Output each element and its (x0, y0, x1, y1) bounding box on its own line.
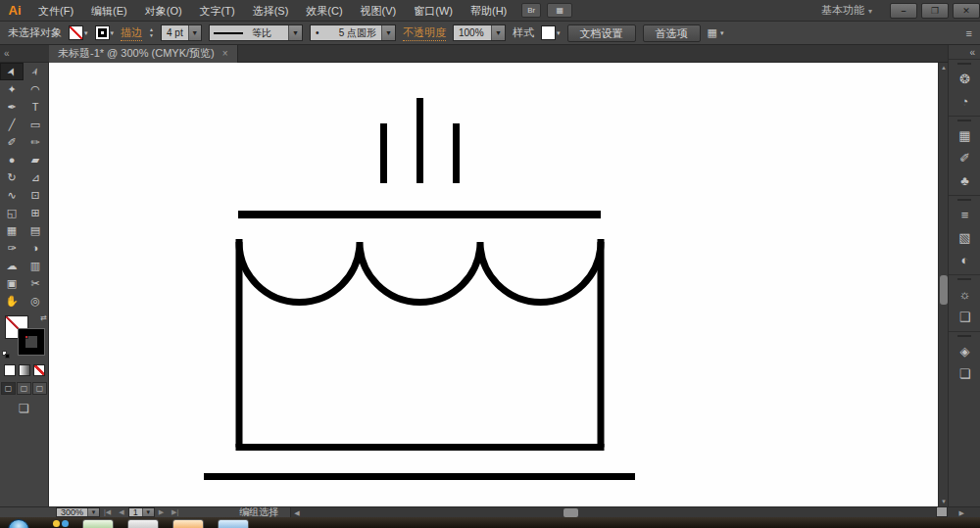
color-panel-icon[interactable]: ❂ (949, 68, 980, 90)
direct-selection-tool[interactable]: ➢ (24, 63, 47, 80)
type-tool[interactable]: T (24, 98, 47, 116)
zoom-tool[interactable]: ◎ (24, 292, 47, 310)
gradient-tool[interactable]: ▤ (24, 221, 47, 239)
zoom-level-field[interactable]: 300% ▼ (56, 507, 100, 517)
document-setup-button[interactable]: 文档设置 (567, 24, 636, 42)
symbol-sprayer-tool[interactable]: ☁ (0, 257, 24, 274)
dock-expand-icon[interactable]: « (949, 45, 980, 59)
menu-help[interactable]: 帮助(H) (462, 0, 515, 22)
free-transform-tool[interactable]: ⊡ (24, 186, 47, 204)
rectangle-tool[interactable]: ▭ (24, 116, 47, 133)
rotate-tool[interactable]: ↻ (0, 168, 24, 186)
menu-window[interactable]: 窗口(W) (405, 0, 462, 22)
stroke-icon[interactable]: ≡ (949, 204, 980, 226)
artboard-nav-field[interactable]: 1 ▼ (128, 507, 155, 517)
pen-tool[interactable]: ✒ (0, 98, 24, 116)
document-tab[interactable]: 未标题-1* @ 300% (CMYK/预览) × (49, 45, 238, 63)
opacity-field[interactable]: 100% ▼ (453, 24, 506, 41)
menu-file[interactable]: 文件(F) (29, 0, 82, 22)
dock-grip[interactable] (957, 63, 971, 65)
pencil-tool[interactable]: ✏ (24, 133, 47, 151)
scroll-right-icon[interactable]: ▶ (959, 507, 964, 518)
swatches-icon[interactable]: ▦ (949, 124, 980, 147)
column-graph-tool[interactable]: ▥ (24, 257, 47, 274)
menu-view[interactable]: 视图(V) (352, 0, 406, 22)
toolbar-collapse-icon[interactable]: « (0, 48, 49, 59)
line-segment-tool[interactable]: ╱ (0, 116, 24, 133)
dock-grip[interactable] (957, 278, 971, 280)
bridge-button[interactable]: Br (521, 3, 541, 18)
menu-edit[interactable]: 编辑(E) (82, 0, 136, 22)
taskbar-app-1[interactable] (82, 519, 114, 528)
graphic-styles-icon[interactable]: ❑ (949, 306, 980, 328)
cake-scallops[interactable] (239, 242, 601, 303)
shape-builder-tool[interactable]: ◱ (0, 204, 24, 221)
workspace-switcher[interactable]: 基本功能▾ (821, 3, 872, 18)
stroke-width-dropdown[interactable]: ▼ (188, 25, 201, 40)
color-button[interactable] (4, 364, 16, 376)
horizontal-scroll-thumb[interactable] (564, 508, 578, 517)
perspective-grid-tool[interactable]: ⊞ (24, 204, 47, 221)
messenger-icon[interactable] (53, 520, 69, 527)
gradient-button[interactable] (19, 364, 30, 376)
brush-definition-caret[interactable]: ▼ (381, 25, 395, 40)
arrange-documents-icon[interactable]: ▦ (547, 3, 572, 18)
tab-close-icon[interactable]: × (222, 48, 228, 59)
style-swatch[interactable]: ▾ (541, 25, 561, 40)
brushes-icon[interactable]: ✐ (949, 147, 980, 169)
canvas[interactable] (49, 63, 938, 506)
default-fill-stroke-icon[interactable] (2, 351, 11, 359)
appearance-icon[interactable]: ☼ (949, 283, 980, 306)
start-button[interactable] (8, 519, 29, 528)
taskbar-app-2[interactable] (127, 519, 159, 528)
draw-behind-button[interactable]: ▢ (17, 382, 31, 395)
selection-tool[interactable]: ➤ (0, 63, 24, 80)
brush-definition-dropdown[interactable]: • 5 点圆形 ▼ (310, 24, 396, 41)
artboard-tool[interactable]: ▣ (0, 274, 24, 292)
control-bar-menu-icon[interactable]: ≡ (966, 27, 972, 39)
scroll-left-icon[interactable]: ◀ (294, 507, 299, 518)
hand-tool[interactable]: ✋ (0, 292, 24, 310)
close-button[interactable]: ✕ (953, 3, 980, 19)
zoom-dropdown-icon[interactable]: ▼ (87, 508, 99, 516)
lasso-tool[interactable]: ◠ (24, 80, 47, 98)
stroke-swatch[interactable] (19, 329, 44, 355)
artboards-icon[interactable]: ❏ (949, 362, 980, 385)
dock-grip[interactable] (957, 335, 971, 337)
dock-grip[interactable] (957, 199, 971, 201)
cake-artwork[interactable] (49, 63, 938, 506)
artboard-dropdown-icon[interactable]: ▼ (142, 508, 154, 516)
next-artboard-button[interactable]: ▶ (155, 508, 168, 516)
width-profile-caret[interactable]: ▼ (288, 25, 302, 40)
dock-grip[interactable] (957, 120, 971, 121)
width-tool[interactable]: ∿ (0, 186, 24, 204)
transparency-icon[interactable]: ◐ (949, 249, 980, 271)
paintbrush-tool[interactable]: ✐ (0, 133, 24, 151)
stroke-width-stepper[interactable]: ▲ ▼ (149, 27, 154, 38)
blob-brush-tool[interactable]: ● (0, 151, 24, 168)
swap-fill-stroke-icon[interactable]: ⇄ (40, 313, 47, 322)
fill-swatch[interactable]: ▾ (69, 25, 88, 40)
preferences-button[interactable]: 首选项 (643, 24, 701, 42)
vertical-scrollbar[interactable]: ▲ ▼ (938, 63, 948, 506)
layers-icon[interactable]: ◈ (949, 340, 980, 362)
stroke-panel-link[interactable]: 描边 (121, 25, 142, 41)
menu-select[interactable]: 选择(S) (244, 0, 298, 22)
vertical-scroll-thumb[interactable] (940, 275, 948, 305)
restore-button[interactable]: ❐ (921, 3, 949, 19)
symbols-icon[interactable]: ♣ (949, 169, 980, 192)
menu-type[interactable]: 文字(T) (191, 0, 244, 22)
opacity-caret[interactable]: ▼ (491, 25, 505, 40)
blend-tool[interactable]: ◑ (24, 239, 47, 257)
first-artboard-button[interactable]: |◀ (100, 508, 115, 516)
taskbar-app-3[interactable] (172, 519, 204, 528)
width-profile-dropdown[interactable]: 等比 ▼ (209, 24, 303, 41)
draw-normal-button[interactable]: ▢ (1, 382, 16, 395)
horizontal-scrollbar[interactable]: ◀ ▶ (290, 507, 980, 518)
mesh-tool[interactable]: ▦ (0, 221, 24, 239)
last-artboard-button[interactable]: ▶| (168, 508, 182, 516)
stroke-swatch[interactable]: ▾ (95, 25, 115, 40)
stroke-width-field[interactable]: 4 pt ▼ (161, 24, 202, 41)
gradient-icon[interactable]: ▧ (949, 226, 980, 249)
screen-mode-button[interactable]: ❏ (0, 402, 48, 415)
